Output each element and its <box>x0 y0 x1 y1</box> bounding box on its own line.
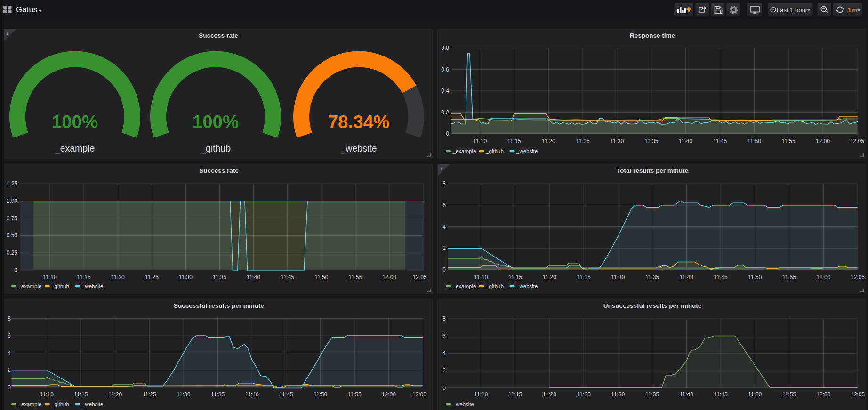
svg-text:_website: _website <box>340 143 377 154</box>
svg-text:11:50: 11:50 <box>748 391 762 398</box>
svg-text:78.34%: 78.34% <box>328 112 390 132</box>
svg-text:2: 2 <box>442 367 446 374</box>
svg-text:_github: _github <box>485 148 504 154</box>
svg-text:_website: _website <box>81 283 103 289</box>
svg-text:11:40: 11:40 <box>247 274 260 281</box>
svg-text:4: 4 <box>442 350 446 356</box>
svg-text:0.8: 0.8 <box>441 45 449 51</box>
svg-text:_example: _example <box>18 283 42 289</box>
svg-text:i: i <box>441 166 442 171</box>
svg-text:100%: 100% <box>193 112 239 132</box>
svg-text:_website: _website <box>516 283 538 289</box>
svg-text:11:15: 11:15 <box>74 391 88 398</box>
svg-text:11:40: 11:40 <box>245 391 259 398</box>
svg-text:11:10: 11:10 <box>474 274 488 281</box>
svg-text:0.25: 0.25 <box>7 249 18 256</box>
svg-text:11:25: 11:25 <box>145 274 159 281</box>
svg-text:11:25: 11:25 <box>576 138 590 145</box>
svg-text:11:10: 11:10 <box>40 391 54 398</box>
svg-text:11:35: 11:35 <box>645 274 659 281</box>
svg-text:12:05: 12:05 <box>851 391 865 398</box>
svg-text:11:40: 11:40 <box>680 391 693 398</box>
svg-text:12:05: 12:05 <box>413 274 427 281</box>
svg-text:11:30: 11:30 <box>611 274 625 281</box>
svg-text:_example: _example <box>55 143 95 154</box>
svg-text:12:05: 12:05 <box>850 138 864 145</box>
svg-text:11:20: 11:20 <box>542 138 555 145</box>
svg-text:11:25: 11:25 <box>143 391 156 398</box>
svg-text:11:45: 11:45 <box>714 391 727 398</box>
svg-text:11:45: 11:45 <box>281 274 294 281</box>
svg-text:11:45: 11:45 <box>714 274 727 281</box>
svg-text:0: 0 <box>14 267 17 273</box>
svg-text:2: 2 <box>442 245 446 251</box>
svg-text:100%: 100% <box>52 112 98 132</box>
svg-text:_website: _website <box>516 148 538 154</box>
svg-text:11:10: 11:10 <box>474 391 488 398</box>
svg-text:11:20: 11:20 <box>108 391 122 398</box>
svg-text:11:30: 11:30 <box>179 274 193 281</box>
svg-text:11:30: 11:30 <box>610 138 624 145</box>
svg-text:0.4: 0.4 <box>441 88 449 94</box>
svg-text:6: 6 <box>8 332 11 339</box>
svg-text:11:15: 11:15 <box>77 274 91 281</box>
svg-text:0.6: 0.6 <box>441 66 449 73</box>
svg-text:11:15: 11:15 <box>508 274 522 281</box>
svg-text:12:05: 12:05 <box>851 274 865 281</box>
svg-text:11:20: 11:20 <box>543 274 556 281</box>
svg-text:11:30: 11:30 <box>611 391 625 398</box>
svg-text:0: 0 <box>442 266 446 273</box>
svg-text:12:00: 12:00 <box>382 391 396 398</box>
svg-text:11:50: 11:50 <box>313 391 327 398</box>
svg-text:0: 0 <box>442 385 446 391</box>
svg-text:_github: _github <box>200 143 231 154</box>
svg-text:2: 2 <box>8 367 11 373</box>
svg-text:Unsuccessful results per minut: Unsuccessful results per minute <box>603 302 702 309</box>
svg-text:11:35: 11:35 <box>211 391 225 398</box>
svg-text:11:50: 11:50 <box>314 274 328 281</box>
svg-text:11:55: 11:55 <box>782 391 796 398</box>
svg-text:12:00: 12:00 <box>382 274 396 281</box>
svg-text:Response time: Response time <box>630 32 675 39</box>
svg-text:0: 0 <box>446 130 449 137</box>
svg-text:6: 6 <box>442 333 446 339</box>
svg-text:11:55: 11:55 <box>348 391 362 398</box>
svg-text:8: 8 <box>8 315 11 322</box>
svg-text:_github: _github <box>51 402 69 407</box>
svg-text:Success rate: Success rate <box>199 32 238 39</box>
svg-text:11:35: 11:35 <box>645 391 659 398</box>
svg-text:11:25: 11:25 <box>577 391 591 398</box>
svg-text:11:15: 11:15 <box>508 391 522 398</box>
svg-text:11:45: 11:45 <box>713 138 727 145</box>
svg-text:1.25: 1.25 <box>7 180 18 187</box>
svg-text:11:35: 11:35 <box>213 274 226 281</box>
svg-text:4: 4 <box>442 224 446 230</box>
svg-text:11:30: 11:30 <box>177 391 190 398</box>
svg-text:_website: _website <box>452 402 474 407</box>
svg-text:_github: _github <box>485 283 504 289</box>
svg-text:12:00: 12:00 <box>816 391 830 398</box>
svg-text:_example: _example <box>452 283 476 289</box>
svg-text:_website: _website <box>81 402 103 407</box>
svg-text:_example: _example <box>452 148 476 154</box>
svg-text:11:50: 11:50 <box>747 138 761 145</box>
svg-text:i: i <box>7 31 8 36</box>
svg-text:0.50: 0.50 <box>7 232 18 239</box>
svg-text:11:40: 11:40 <box>679 138 692 145</box>
svg-text:11:10: 11:10 <box>43 274 56 281</box>
svg-text:11:55: 11:55 <box>348 274 362 281</box>
svg-text:0.2: 0.2 <box>441 109 449 116</box>
svg-text:11:55: 11:55 <box>782 138 796 145</box>
svg-text:0: 0 <box>8 384 11 391</box>
svg-text:11:20: 11:20 <box>543 391 556 398</box>
svg-text:11:10: 11:10 <box>473 138 487 145</box>
svg-text:11:40: 11:40 <box>680 274 693 281</box>
svg-text:11:15: 11:15 <box>507 138 521 145</box>
svg-text:11:50: 11:50 <box>748 274 762 281</box>
svg-text:_github: _github <box>51 283 69 289</box>
svg-text:4: 4 <box>8 350 11 356</box>
svg-text:1.00: 1.00 <box>7 198 18 204</box>
svg-text:11:25: 11:25 <box>577 274 591 281</box>
svg-text:11:45: 11:45 <box>279 391 293 398</box>
svg-text:8: 8 <box>442 180 446 187</box>
